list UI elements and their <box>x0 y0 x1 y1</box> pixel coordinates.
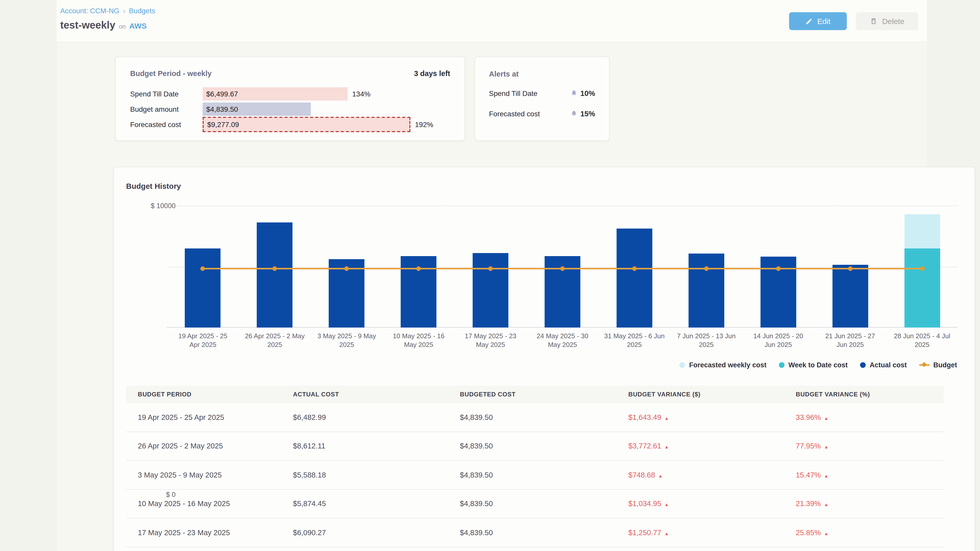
caret-up-icon: ▲ <box>664 502 669 507</box>
legend-swatch-budget-line <box>919 364 929 366</box>
x-axis-tick-label: 7 Jun 2025 - 13 Jun2025 <box>670 332 742 349</box>
legend-label: Week to Date cost <box>788 361 848 369</box>
budget-history-card: Budget History $ 10000 $ 0 19 Apr 2025 -… <box>113 167 975 551</box>
page: Account: CCM-NG › Budgets test-weekly on… <box>0 0 980 551</box>
metric-percent: 192% <box>415 120 433 128</box>
bar-slot <box>814 265 886 327</box>
trash-icon <box>870 17 878 25</box>
budget-metric-row: Forecasted cost$9,277.09192% <box>130 118 450 131</box>
x-axis-tick-label: 14 Jun 2025 - 20Jun 2025 <box>742 332 815 349</box>
budget-point-marker[interactable] <box>345 266 349 271</box>
edit-button[interactable]: Edit <box>789 12 847 30</box>
x-axis-tick-label: 10 May 2025 - 16May 2025 <box>383 332 455 349</box>
pencil-icon <box>805 17 813 25</box>
forecast-wtd-stack[interactable] <box>904 214 940 327</box>
legend-week-to-date-cost[interactable]: Week to Date cost <box>779 361 848 369</box>
budget-point-marker[interactable] <box>272 266 277 271</box>
metric-value-bar: $4,839.50 <box>203 102 311 116</box>
bar-slot <box>239 222 311 327</box>
cell-budget-period: 10 May 2025 - 16 May 2025 <box>126 500 293 508</box>
alert-threshold: 10% <box>580 89 595 97</box>
cell-budgeted-cost: $4,839.50 <box>460 500 628 508</box>
caret-up-icon: ▲ <box>664 416 669 421</box>
legend-forecasted-weekly-cost[interactable]: Forecasted weekly cost <box>679 361 767 369</box>
breadcrumb-account-link[interactable]: Account: CCM-NG <box>60 6 119 15</box>
metric-label: Budget amount <box>130 105 203 113</box>
actual-cost-bar[interactable] <box>473 253 508 327</box>
bell-icon <box>571 109 577 118</box>
cell-budget-period: 26 Apr 2025 - 2 May 2025 <box>126 442 293 450</box>
budget-point-marker[interactable] <box>776 266 780 271</box>
x-axis-tick-label: 28 Jun 2025 - 4 Jul2025 <box>886 332 958 349</box>
x-axis-tick-label: 19 Apr 2025 - 25Apr 2025 <box>167 332 239 349</box>
chart-legend: Forecasted weekly cost Week to Date cost… <box>679 361 957 369</box>
x-axis-tick-label: 3 May 2025 - 9 May2025 <box>311 332 383 349</box>
table-row: 10 May 2025 - 16 May 2025 $5,874.45 $4,8… <box>126 489 944 518</box>
actual-cost-bar[interactable] <box>257 222 293 327</box>
legend-label: Forecasted weekly cost <box>689 361 767 369</box>
bar-slot <box>598 228 670 327</box>
cell-actual-cost: $8,612.11 <box>293 442 460 450</box>
alerts-card: Alerts at Spend Till Date10%Forecasted c… <box>475 57 609 141</box>
caret-up-icon: ▲ <box>824 502 829 507</box>
cell-variance-pct: 33.96%▲ <box>796 413 944 421</box>
cell-budgeted-cost: $4,839.50 <box>460 529 628 537</box>
alert-label: Forecasted cost <box>489 110 540 118</box>
caret-up-icon: ▲ <box>658 473 663 478</box>
budget-history-title: Budget History <box>126 182 181 190</box>
budget-metric-row: Spend Till Date$6,499.67134% <box>130 87 450 100</box>
cell-variance-usd: $1,250.77▲ <box>628 529 796 537</box>
x-axis-tick-label: 31 May 2025 - 6 Jun2025 <box>598 332 670 349</box>
col-budget-variance-pct: BUDGET VARIANCE (%) <box>796 391 944 398</box>
legend-swatch-actual <box>860 362 865 368</box>
budget-period-title: Budget Period - weekly <box>130 69 212 78</box>
bar-slot <box>670 254 742 327</box>
budget-point-marker[interactable] <box>848 266 853 271</box>
cell-budget-period: 17 May 2025 - 23 May 2025 <box>126 529 293 537</box>
cell-variance-pct: 77.95%▲ <box>796 442 944 450</box>
budget-point-marker[interactable] <box>920 266 924 271</box>
x-axis-tick-label: 26 Apr 2025 - 2 May2025 <box>239 332 311 349</box>
edit-button-label: Edit <box>817 17 830 25</box>
cell-actual-cost: $5,874.45 <box>293 500 460 508</box>
breadcrumb-budgets-link[interactable]: Budgets <box>129 6 155 15</box>
budget-point-marker[interactable] <box>632 266 637 271</box>
alert-row: Forecasted cost15% <box>489 109 595 118</box>
metric-label: Forecasted cost <box>130 120 203 128</box>
cell-variance-pct: 21.39%▲ <box>796 500 944 508</box>
page-header: Account: CCM-NG › Budgets test-weekly on… <box>57 0 927 42</box>
cell-variance-pct: 15.47%▲ <box>796 471 944 479</box>
alert-row: Spend Till Date10% <box>489 89 595 98</box>
col-actual-cost: ACTUAL COST <box>293 391 460 398</box>
legend-actual-cost[interactable]: Actual cost <box>860 361 907 369</box>
cell-budget-period: 19 Apr 2025 - 25 Apr 2025 <box>126 413 293 421</box>
caret-up-icon: ▲ <box>824 473 829 478</box>
cell-budgeted-cost: $4,839.50 <box>460 471 628 479</box>
cell-variance-pct: 25.85%▲ <box>796 529 944 537</box>
table-body: 19 Apr 2025 - 25 Apr 2025 $6,482.99 $4,8… <box>126 403 944 547</box>
budget-point-marker[interactable] <box>560 266 565 271</box>
actual-cost-bar[interactable] <box>832 265 868 327</box>
budget-point-marker[interactable] <box>704 266 709 271</box>
legend-label: Actual cost <box>870 361 907 369</box>
alert-label: Spend Till Date <box>489 89 538 97</box>
actual-cost-bar[interactable] <box>185 248 221 327</box>
caret-up-icon: ▲ <box>824 416 829 421</box>
chevron-right-icon: › <box>123 6 125 15</box>
actual-cost-bar[interactable] <box>617 228 652 327</box>
legend-budget[interactable]: Budget <box>919 361 957 369</box>
legend-label: Budget <box>933 361 957 369</box>
week-to-date-cost-bar[interactable] <box>904 248 940 327</box>
budget-point-marker[interactable] <box>488 266 493 271</box>
table-row: 26 Apr 2025 - 2 May 2025 $8,612.11 $4,83… <box>126 432 944 461</box>
metric-label: Spend Till Date <box>130 89 203 98</box>
col-budget-period: BUDGET PERIOD <box>126 391 293 398</box>
delete-button-label: Delete <box>882 17 904 25</box>
actual-cost-bar[interactable] <box>689 254 724 327</box>
budget-point-marker[interactable] <box>200 266 205 271</box>
caret-up-icon: ▲ <box>824 445 829 450</box>
forecasted-weekly-cost-bar[interactable] <box>904 214 940 248</box>
cell-variance-usd: $1,643.49▲ <box>628 413 796 421</box>
delete-button[interactable]: Delete <box>856 12 918 30</box>
budget-point-marker[interactable] <box>416 266 421 271</box>
